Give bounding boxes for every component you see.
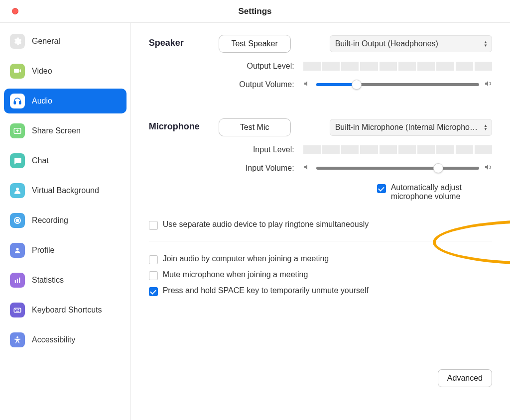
- sidebar-item-label: Statistics: [32, 276, 64, 285]
- settings-sidebar: GeneralVideoAudioShare ScreenChatVirtual…: [0, 23, 131, 420]
- auto-adjust-checkbox[interactable]: [377, 184, 386, 193]
- microphone-heading: Microphone: [149, 118, 214, 207]
- svg-point-3: [16, 188, 19, 191]
- speaker-low-icon: [303, 163, 311, 173]
- share-icon: [10, 123, 25, 138]
- mute-on-join-row[interactable]: Mute microphone when joining a meeting: [149, 270, 492, 280]
- svg-rect-14: [16, 311, 19, 312]
- svg-rect-12: [17, 310, 18, 311]
- join-audio-row[interactable]: Join audio by computer when joining a me…: [149, 254, 492, 264]
- record-icon: [10, 213, 25, 228]
- sidebar-item-label: Accessibility: [32, 335, 75, 344]
- mic-device-value: Built-in Microphone (Internal Micropho…: [335, 123, 478, 132]
- speaker-heading: Speaker: [149, 35, 214, 99]
- settings-content: Speaker Test Speaker Built-in Output (He…: [131, 23, 510, 420]
- advanced-button[interactable]: Advanced: [438, 369, 492, 387]
- sidebar-item-chat[interactable]: Chat: [4, 148, 127, 173]
- sidebar-item-label: Share Screen: [32, 126, 81, 135]
- test-mic-button[interactable]: Test Mic: [219, 118, 291, 136]
- mic-device-select[interactable]: Built-in Microphone (Internal Micropho… …: [330, 119, 492, 136]
- speaker-high-icon: [484, 163, 492, 173]
- sidebar-item-keyboard-shortcuts[interactable]: Keyboard Shortcuts: [4, 298, 127, 322]
- separate-device-checkbox[interactable]: [149, 221, 158, 230]
- sidebar-item-statistics[interactable]: Statistics: [4, 268, 127, 293]
- sidebar-item-label: General: [32, 37, 60, 46]
- speaker-device-value: Built-in Output (Headphones): [335, 39, 438, 48]
- mute-on-join-checkbox[interactable]: [149, 271, 158, 280]
- sidebar-item-share-screen[interactable]: Share Screen: [4, 118, 127, 143]
- space-unmute-row[interactable]: Press and hold SPACE key to temporarily …: [149, 286, 492, 296]
- sidebar-item-virtual-background[interactable]: Virtual Background: [4, 178, 127, 203]
- sidebar-item-audio[interactable]: Audio: [4, 89, 127, 113]
- avatar-icon: [10, 243, 25, 258]
- chat-icon: [10, 153, 25, 168]
- svg-rect-7: [15, 280, 16, 283]
- svg-rect-8: [17, 279, 18, 283]
- input-level-label: Input Level:: [219, 145, 294, 154]
- microphone-section: Microphone Test Mic Built-in Microphone …: [149, 118, 492, 207]
- window-title: Settings: [0, 6, 510, 16]
- auto-adjust-volume-row[interactable]: Automatically adjust microphone volume: [377, 183, 492, 201]
- sidebar-item-label: Keyboard Shortcuts: [32, 306, 102, 315]
- sidebar-item-label: Audio: [32, 97, 52, 105]
- acc-icon: [10, 332, 25, 347]
- chevron-updown-icon: ▲▼: [484, 124, 488, 131]
- sidebar-item-general[interactable]: General: [4, 29, 127, 54]
- chevron-updown-icon: ▲▼: [484, 41, 488, 47]
- svg-rect-0: [14, 102, 15, 104]
- input-volume-slider[interactable]: [316, 167, 479, 170]
- svg-rect-1: [19, 102, 21, 104]
- output-level-meter: [303, 62, 492, 71]
- space-unmute-checkbox[interactable]: [149, 287, 158, 296]
- divider: [149, 241, 492, 241]
- output-volume-slider[interactable]: [316, 83, 479, 86]
- speaker-section: Speaker Test Speaker Built-in Output (He…: [149, 35, 492, 99]
- svg-rect-10: [14, 308, 21, 312]
- join-audio-checkbox[interactable]: [149, 255, 158, 264]
- speaker-low-icon: [303, 80, 311, 90]
- camera-icon: [10, 64, 25, 79]
- input-level-meter: [303, 145, 492, 154]
- person-icon: [10, 183, 25, 198]
- sidebar-item-recording[interactable]: Recording: [4, 208, 127, 233]
- titlebar: Settings: [0, 0, 510, 23]
- bars-icon: [10, 273, 25, 288]
- mute-on-join-label: Mute microphone when joining a meeting: [163, 270, 308, 279]
- sidebar-item-label: Virtual Background: [32, 186, 99, 195]
- sidebar-item-label: Profile: [32, 246, 54, 255]
- output-level-label: Output Level:: [219, 62, 294, 71]
- input-volume-label: Input Volume:: [219, 164, 294, 173]
- test-speaker-button[interactable]: Test Speaker: [219, 35, 291, 53]
- sidebar-item-label: Recording: [32, 216, 68, 225]
- separate-device-row[interactable]: Use separate audio device to play ringto…: [149, 220, 492, 230]
- speaker-device-select[interactable]: Built-in Output (Headphones) ▲▼: [330, 35, 492, 52]
- svg-point-6: [16, 248, 18, 250]
- separate-device-label: Use separate audio device to play ringto…: [163, 220, 369, 229]
- join-audio-label: Join audio by computer when joining a me…: [163, 254, 329, 263]
- speaker-high-icon: [484, 80, 492, 90]
- sidebar-item-label: Chat: [32, 156, 49, 165]
- svg-rect-13: [18, 310, 19, 311]
- auto-adjust-label: Automatically adjust microphone volume: [391, 183, 492, 201]
- svg-rect-11: [15, 310, 16, 311]
- space-unmute-label: Press and hold SPACE key to temporarily …: [163, 286, 369, 295]
- svg-point-5: [16, 219, 18, 221]
- sidebar-item-accessibility[interactable]: Accessibility: [4, 327, 127, 352]
- sidebar-item-video[interactable]: Video: [4, 59, 127, 84]
- output-volume-label: Output Volume:: [219, 80, 294, 89]
- keyboard-icon: [10, 303, 25, 317]
- sidebar-item-label: Video: [32, 67, 52, 76]
- svg-point-15: [16, 336, 18, 338]
- headphones-icon: [10, 94, 25, 108]
- gear-icon: [10, 34, 25, 49]
- svg-rect-9: [19, 278, 20, 283]
- sidebar-item-profile[interactable]: Profile: [4, 238, 127, 263]
